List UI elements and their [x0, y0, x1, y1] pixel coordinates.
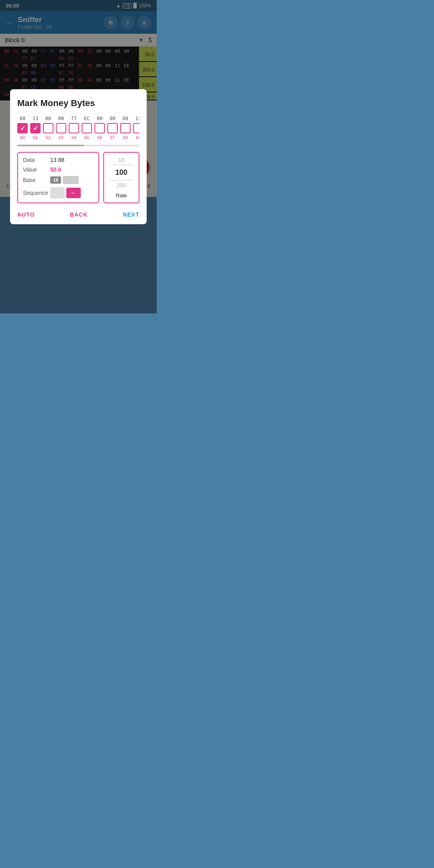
byte-checkbox-b0[interactable]: [17, 123, 28, 133]
byte-col-b0: 88 b0: [17, 116, 28, 140]
info-box: Data 13 88 Value 50.0 Base 16 Sequence ←: [17, 152, 99, 203]
value-num: 50.0: [50, 166, 61, 173]
byte-checkbox-b6[interactable]: [94, 123, 105, 133]
dialog-buttons: AUTO BACK NEXT: [17, 210, 139, 218]
byte-hex-b0: 88: [20, 116, 25, 121]
value-row: Value 50.0: [23, 166, 94, 173]
data-label: Data: [23, 157, 50, 163]
scroll-thumb: [17, 145, 84, 146]
data-row: Data 13 88: [23, 157, 94, 163]
rate-label: Rate: [116, 192, 127, 199]
byte-pos-b8: b8: [123, 135, 128, 140]
sequence-input[interactable]: [50, 187, 65, 199]
byte-col-b3: 00 b3: [56, 116, 66, 140]
byte-pos-b0: b0: [20, 135, 25, 140]
base-row: Base 16: [23, 176, 94, 184]
byte-checkbox-b1[interactable]: [30, 123, 41, 133]
byte-col-b2: 00 b2: [43, 116, 53, 140]
byte-selector: 88 b0 13 b1 00 b2 00: [17, 116, 139, 140]
byte-checkbox-b8[interactable]: [120, 123, 131, 133]
byte-col-b5: EC b5: [82, 116, 92, 140]
sequence-row: Sequence ←: [23, 187, 94, 199]
modal-overlay: Mark Money Bytes 88 b0 13 b1 00: [0, 0, 157, 313]
byte-col-b8: 88 b8: [120, 116, 131, 140]
byte-checkbox-b7[interactable]: [107, 123, 118, 133]
value-label: Value: [23, 166, 50, 173]
base-label: Base: [23, 177, 50, 183]
byte-hex-b4: 77: [71, 116, 77, 121]
byte-hex-b5: EC: [84, 116, 90, 121]
rate-box: 16 100 200 Rate: [103, 152, 139, 203]
byte-pos-b4: b4: [72, 135, 76, 140]
mark-money-bytes-dialog: Mark Money Bytes 88 b0 13 b1 00: [10, 89, 147, 224]
rate-bot-value: 200: [109, 180, 133, 188]
base-badge: 16: [50, 176, 61, 184]
byte-hex-b2: 00: [45, 116, 51, 121]
rate-top-value: 16: [109, 157, 133, 165]
info-rate-row: Data 13 88 Value 50.0 Base 16 Sequence ←: [17, 152, 139, 203]
data-value: 13 88: [50, 157, 64, 163]
byte-pos-b2: b2: [46, 135, 51, 140]
byte-checkbox-b9[interactable]: [133, 123, 139, 133]
byte-hex-b1: 13: [33, 116, 38, 121]
scroll-indicator: [17, 145, 139, 146]
byte-checkbox-b4[interactable]: [69, 123, 79, 133]
rate-mid-value: 100: [115, 167, 127, 178]
base-extra: [63, 176, 79, 184]
byte-pos-b6: b6: [97, 135, 102, 140]
next-button[interactable]: NEXT: [123, 211, 139, 218]
dialog-title: Mark Money Bytes: [17, 98, 139, 108]
byte-checkbox-b3[interactable]: [56, 123, 66, 133]
byte-checkbox-b5[interactable]: [82, 123, 92, 133]
byte-pos-b7: b7: [110, 135, 115, 140]
byte-hex-b9: 13: [135, 116, 139, 121]
byte-col-b4: 77 b4: [69, 116, 79, 140]
byte-col-b7: 00 b7: [107, 116, 118, 140]
byte-col-b9: 13 b9: [133, 116, 139, 140]
byte-pos-b1: b1: [33, 135, 38, 140]
seq-label: Sequence: [23, 190, 50, 196]
byte-pos-b5: b5: [84, 135, 89, 140]
byte-hex-b6: 00: [97, 116, 102, 121]
byte-hex-b3: 00: [58, 116, 64, 121]
byte-col-b1: 13 b1: [30, 116, 41, 140]
byte-col-b6: 00 b6: [94, 116, 105, 140]
byte-pos-b9: b9: [136, 135, 139, 140]
sequence-arrow-button[interactable]: ←: [66, 188, 81, 198]
back-button-dialog[interactable]: BACK: [70, 211, 88, 218]
byte-pos-b3: b3: [59, 135, 63, 140]
auto-button[interactable]: AUTO: [17, 211, 35, 218]
byte-checkbox-b2[interactable]: [43, 123, 53, 133]
byte-hex-b8: 88: [123, 116, 128, 121]
byte-hex-b7: 00: [110, 116, 115, 121]
byte-col-container: 88 b0 13 b1 00 b2 00: [17, 116, 139, 140]
